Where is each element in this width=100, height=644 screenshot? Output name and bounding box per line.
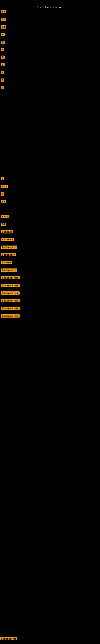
badge-b27: Bottleneck resu xyxy=(1,299,20,302)
badge-b24: Bottleneck resu xyxy=(1,276,20,279)
badge-b1: Bo xyxy=(1,10,6,13)
badge-b4: B xyxy=(1,33,4,36)
badge-b26: Bottleneck resu xyxy=(1,292,20,295)
badge-b23: Bottleneck re xyxy=(1,268,17,272)
badge-b18: Bottlenec xyxy=(1,230,13,234)
badge-b20: Bottleneck re xyxy=(1,246,17,249)
badge-b13: Bottl xyxy=(1,185,8,188)
badge-b2: Bo xyxy=(1,18,6,21)
badge-b5: B xyxy=(1,41,4,44)
badge-b17: B4 xyxy=(1,222,6,226)
badge-b14: E xyxy=(1,192,4,196)
badge-b8: B xyxy=(1,63,4,66)
badge-b30: Bottleneck res xyxy=(0,637,17,640)
badge-b12: E xyxy=(1,177,4,180)
badge-b3: B4 xyxy=(1,25,6,28)
badge-b7: B xyxy=(1,56,4,59)
badge-b16: Bottle xyxy=(1,215,9,218)
chart-area: TheBottlenecker.com BoBoB4BBEBBEEIEBottl… xyxy=(0,4,100,644)
badge-b11: I xyxy=(1,86,3,89)
badge-b22: Bottlene xyxy=(1,261,12,264)
badge-b19: Bottleneck xyxy=(1,238,14,241)
badge-b29: Bottleneck resu xyxy=(1,314,20,318)
badge-b25: Bottleneck resu xyxy=(1,284,20,287)
badge-b10: E xyxy=(1,78,4,82)
badge-b6: E xyxy=(1,48,4,51)
badge-b28: Bottleneck resul xyxy=(1,307,20,310)
badge-b15: Bo xyxy=(1,200,6,203)
site-title: TheBottlenecker.com xyxy=(0,4,100,10)
badge-b21: Bottleneck r xyxy=(1,253,16,256)
badge-b9: E xyxy=(1,71,4,74)
